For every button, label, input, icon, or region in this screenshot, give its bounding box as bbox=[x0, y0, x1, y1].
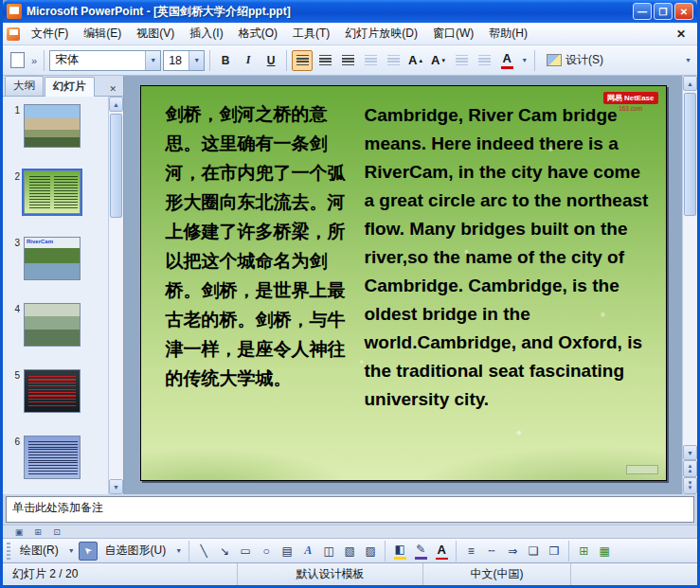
powerpoint-window: Microsoft PowerPoint - [英国剑桥大学介绍ppt.ppt]… bbox=[0, 0, 700, 588]
numbering-button[interactable] bbox=[360, 50, 381, 71]
draw-menu-button[interactable]: 绘图(R) bbox=[14, 542, 64, 561]
slide-thumbnail-1[interactable] bbox=[24, 104, 81, 148]
bullets-button[interactable] bbox=[383, 50, 404, 71]
thumbnails-scrollbar[interactable]: ▲ ▼ bbox=[108, 97, 123, 494]
increase-indent-button[interactable] bbox=[474, 50, 494, 71]
menu-edit[interactable]: 编辑(E) bbox=[76, 24, 129, 44]
textbox-button[interactable]: ▤ bbox=[278, 542, 296, 561]
extra-tool-button-1[interactable]: ⊞ bbox=[574, 542, 593, 561]
normal-view-icon[interactable]: ▣ bbox=[10, 526, 27, 538]
shadow-style-button[interactable]: ❏ bbox=[524, 542, 543, 561]
extra-tool-button-2[interactable]: ▦ bbox=[595, 542, 614, 561]
scrollbar-track[interactable] bbox=[109, 112, 123, 479]
diagram-button[interactable]: ◫ bbox=[319, 542, 338, 561]
oval-button[interactable]: ○ bbox=[257, 542, 276, 561]
menu-insert[interactable]: 插入(I) bbox=[182, 24, 230, 44]
thumbnail-row: 6 bbox=[3, 432, 108, 494]
align-justify-button[interactable] bbox=[337, 50, 358, 71]
scrollbar-thumb[interactable] bbox=[684, 93, 696, 216]
menu-format[interactable]: 格式(O) bbox=[231, 24, 285, 44]
align-left-button[interactable] bbox=[292, 50, 313, 71]
slide-thumbnail-3[interactable]: RiverCam bbox=[24, 237, 81, 280]
pane-close-icon[interactable]: ✕ bbox=[106, 82, 119, 96]
threed-style-button[interactable]: ❒ bbox=[545, 542, 564, 561]
thumbnails-body: 1 2 3 RiverCam 4 bbox=[3, 97, 123, 494]
scroll-up-icon[interactable]: ▲ bbox=[683, 76, 697, 91]
decrease-indent-button[interactable] bbox=[451, 50, 472, 71]
decrease-font-button[interactable]: A ▼ bbox=[428, 50, 449, 71]
line-color-button[interactable]: ✎ bbox=[411, 542, 430, 561]
chevron-down-icon[interactable]: ▼ bbox=[188, 51, 204, 70]
status-language[interactable]: 中文(中国) bbox=[423, 563, 571, 585]
font-color-button-2[interactable]: A bbox=[432, 542, 451, 561]
slide-design-button[interactable]: 设计(S) bbox=[540, 50, 610, 71]
clipart-button[interactable]: ▧ bbox=[340, 542, 359, 561]
chevron-down-icon[interactable]: ▼ bbox=[519, 57, 529, 63]
fill-color-button[interactable]: ◧ bbox=[390, 542, 409, 561]
slideshow-view-icon[interactable]: ⊡ bbox=[48, 526, 65, 538]
next-slide-button[interactable]: ▼ ▼ bbox=[683, 477, 697, 494]
threed-icon: ❒ bbox=[549, 544, 560, 558]
slide-text-chinese[interactable]: 剑桥，剑河之桥的意思。这里确有一条剑河，在市内兜了一个弧形大圈向东北流去。河上修… bbox=[166, 99, 351, 393]
dash-style-icon: ╌ bbox=[489, 544, 495, 558]
slide-thumbnail-6[interactable] bbox=[24, 436, 81, 479]
arrow-icon: ↘ bbox=[220, 544, 229, 558]
new-slide-button[interactable] bbox=[7, 50, 27, 71]
increase-font-button[interactable]: A ▲ bbox=[405, 50, 426, 71]
line-style-button[interactable]: ≡ bbox=[461, 542, 480, 561]
document-icon[interactable] bbox=[7, 27, 20, 41]
insert-picture-button[interactable]: ▨ bbox=[361, 542, 380, 561]
select-objects-button[interactable]: ➤ bbox=[79, 542, 98, 561]
italic-button[interactable]: I bbox=[238, 50, 259, 71]
dash-style-button[interactable]: ╌ bbox=[482, 542, 501, 561]
thumbnail-row: 3 RiverCam bbox=[3, 233, 108, 299]
tab-outline[interactable]: 大纲 bbox=[5, 76, 44, 96]
toolbar-grip[interactable] bbox=[7, 543, 10, 560]
slide-thumbnail-4[interactable] bbox=[24, 303, 81, 347]
tab-slides[interactable]: 幻灯片 bbox=[45, 77, 95, 97]
slide-sorter-view-icon[interactable]: ⊞ bbox=[29, 526, 46, 538]
font-size-combobox[interactable]: 18 ▼ bbox=[163, 50, 205, 71]
minimize-icon[interactable]: — bbox=[633, 3, 652, 20]
slide-thumbnail-5[interactable] bbox=[24, 369, 81, 413]
scrollbar-thumb[interactable] bbox=[110, 114, 122, 218]
font-name-combobox[interactable]: 宋体 ▼ bbox=[49, 50, 161, 71]
wordart-button[interactable]: A bbox=[298, 542, 317, 561]
underline-button[interactable]: U bbox=[260, 50, 281, 71]
notes-input[interactable]: 单击此处添加备注 bbox=[6, 496, 694, 523]
powerpoint-app-icon bbox=[7, 4, 22, 19]
maximize-icon[interactable]: ❐ bbox=[654, 3, 673, 20]
font-color-button[interactable]: A bbox=[496, 50, 517, 71]
line-button[interactable]: ╲ bbox=[194, 542, 213, 561]
menu-slideshow[interactable]: 幻灯片放映(D) bbox=[337, 24, 425, 44]
slide-thumbnail-2-selected[interactable] bbox=[24, 170, 81, 214]
toolbar-overflow-icon[interactable]: » bbox=[29, 55, 39, 66]
menu-view[interactable]: 视图(V) bbox=[129, 24, 182, 44]
autoshapes-menu-button[interactable]: 自选图形(U) bbox=[99, 542, 172, 561]
document-close-icon[interactable]: ✕ bbox=[669, 27, 693, 41]
menu-window[interactable]: 窗口(W) bbox=[425, 24, 481, 44]
toolbar-options-icon[interactable]: ▼ bbox=[683, 57, 693, 63]
chevron-down-icon[interactable]: ▼ bbox=[145, 51, 160, 70]
slide-canvas[interactable]: 网易 NetEase 163.com 剑桥，剑河之桥的意思。这里确有一条剑河，在… bbox=[140, 85, 667, 481]
previous-slide-button[interactable]: ▲ ▲ bbox=[683, 460, 697, 477]
slide-scrollbar[interactable]: ▲ ▼ ▲ ▲ ▼ ▼ bbox=[682, 76, 697, 494]
font-name-value: 宋体 bbox=[50, 52, 145, 68]
scroll-down-icon[interactable]: ▼ bbox=[683, 445, 697, 460]
align-center-button[interactable] bbox=[314, 50, 335, 71]
bold-button[interactable]: B bbox=[215, 50, 236, 71]
arrow-button[interactable]: ↘ bbox=[215, 542, 234, 561]
scrollbar-track[interactable] bbox=[683, 91, 697, 445]
menu-tools[interactable]: 工具(T) bbox=[285, 24, 337, 44]
chevron-down-icon[interactable]: ▼ bbox=[173, 547, 184, 554]
close-icon[interactable]: ✕ bbox=[674, 3, 693, 20]
status-template[interactable]: 默认设计模板 bbox=[238, 563, 423, 585]
scroll-down-icon[interactable]: ▼ bbox=[109, 479, 123, 494]
arrow-style-button[interactable]: ⇒ bbox=[503, 542, 522, 561]
rectangle-button[interactable]: ▭ bbox=[236, 542, 255, 561]
chevron-down-icon[interactable]: ▼ bbox=[66, 547, 77, 554]
slide-text-english[interactable]: Cambridge, River Cam bridge means. Here … bbox=[365, 101, 655, 414]
menu-file[interactable]: 文件(F) bbox=[24, 24, 76, 44]
scroll-up-icon[interactable]: ▲ bbox=[109, 97, 123, 112]
menu-help[interactable]: 帮助(H) bbox=[481, 24, 535, 44]
